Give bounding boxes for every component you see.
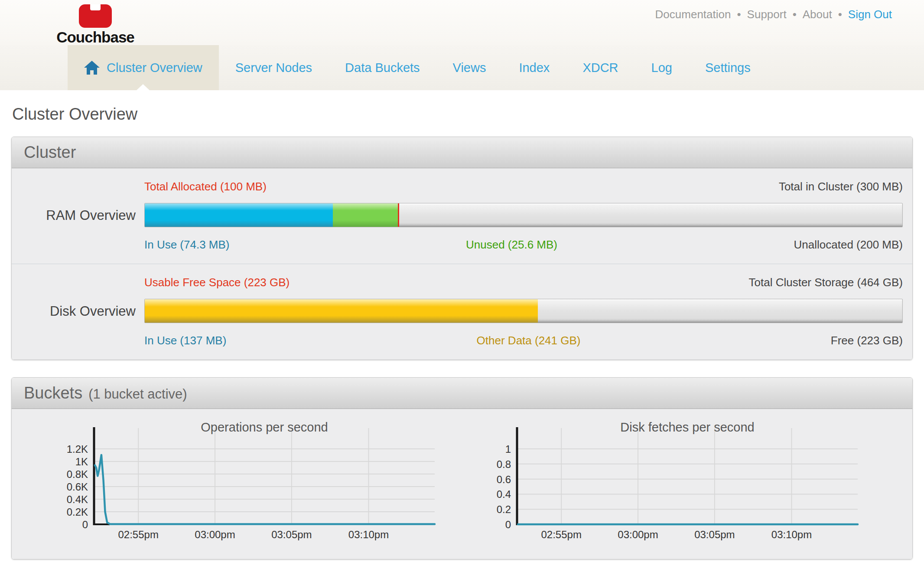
- svg-text:Operations per second: Operations per second: [201, 420, 328, 434]
- link-support[interactable]: Support: [747, 8, 787, 21]
- ram-in-use-label: In Use (74.3 MB): [144, 238, 230, 252]
- ram-overview-row: RAM Overview Total Allocated (100 MB) To…: [12, 168, 912, 264]
- ram-bar-segment-in-use: [145, 203, 333, 227]
- disk-fetches-per-second-chart: 00.20.40.60.8102:55pm03:00pm03:05pm03:10…: [483, 420, 865, 550]
- ram-bar-allocated-marker: [398, 203, 399, 227]
- disk-overview-row: Disk Overview Usable Free Space (223 GB)…: [12, 264, 912, 360]
- svg-text:0.6K: 0.6K: [67, 481, 88, 493]
- nav-item-xdcr[interactable]: XDCR: [566, 45, 634, 90]
- ram-total-allocated-label: Total Allocated (100 MB): [144, 180, 267, 193]
- nav-item-server-nodes[interactable]: Server Nodes: [219, 45, 329, 90]
- svg-text:1K: 1K: [75, 456, 88, 468]
- svg-text:0: 0: [505, 519, 511, 530]
- nav-item-log[interactable]: Log: [635, 45, 689, 90]
- couchbase-icon: [79, 4, 112, 28]
- nav-item-data-buckets[interactable]: Data Buckets: [329, 45, 436, 90]
- svg-text:1: 1: [505, 443, 511, 455]
- svg-text:0.4: 0.4: [497, 488, 511, 500]
- nav-label: Index: [519, 61, 550, 75]
- svg-text:0.8K: 0.8K: [67, 468, 88, 480]
- buckets-panel-title: Buckets: [24, 384, 82, 402]
- buckets-panel-subtitle: (1 bucket active): [88, 386, 187, 402]
- nav-label: Data Buckets: [345, 61, 420, 75]
- link-separator: •: [793, 8, 797, 21]
- disk-usage-bar: [144, 299, 903, 323]
- nav-item-cluster-overview[interactable]: Cluster Overview: [68, 45, 219, 90]
- nav-label: Settings: [705, 61, 751, 75]
- disk-free-label: Free (223 GB): [831, 334, 903, 347]
- disk-row-label: Disk Overview: [50, 304, 144, 319]
- svg-text:03:05pm: 03:05pm: [271, 529, 312, 540]
- ram-unallocated-label: Unallocated (200 MB): [794, 238, 903, 252]
- nav-label: XDCR: [582, 61, 618, 75]
- buckets-panel-header: Buckets (1 bucket active): [12, 378, 912, 409]
- svg-text:0.4K: 0.4K: [67, 494, 88, 505]
- page-title: Cluster Overview: [12, 105, 924, 124]
- main-nav: Cluster Overview Server Nodes Data Bucke…: [0, 45, 924, 90]
- svg-text:1.2K: 1.2K: [67, 443, 88, 455]
- link-separator: •: [737, 8, 741, 21]
- svg-text:0.2: 0.2: [497, 504, 511, 515]
- cluster-panel-title: Cluster: [24, 143, 76, 162]
- disk-total-storage-label: Total Cluster Storage (464 GB): [749, 276, 903, 289]
- operations-per-second-chart: 00.2K0.4K0.6K0.8K1K1.2K02:55pm03:00pm03:…: [60, 420, 442, 550]
- svg-text:02:55pm: 02:55pm: [118, 529, 158, 540]
- nav-label: Server Nodes: [235, 61, 312, 75]
- buckets-panel: Buckets (1 bucket active) 00.2K0.4K0.6K0…: [11, 377, 913, 559]
- svg-text:03:10pm: 03:10pm: [348, 529, 389, 540]
- svg-text:0.2K: 0.2K: [67, 506, 88, 518]
- nav-item-views[interactable]: Views: [436, 45, 503, 90]
- svg-text:Disk fetches per second: Disk fetches per second: [620, 420, 754, 434]
- top-header: Couchbase Documentation•Support•About•Si…: [0, 0, 924, 45]
- buckets-panel-body: 00.2K0.4K0.6K0.8K1K1.2K02:55pm03:00pm03:…: [12, 409, 912, 559]
- svg-text:03:00pm: 03:00pm: [195, 529, 235, 540]
- nav-item-index[interactable]: Index: [502, 45, 566, 90]
- nav-label: Views: [453, 61, 486, 75]
- ram-row-label: RAM Overview: [46, 208, 144, 223]
- cluster-panel: Cluster RAM Overview Total Allocated (10…: [11, 137, 913, 360]
- home-icon: [84, 61, 100, 75]
- ram-total-in-cluster-label: Total in Cluster (300 MB): [779, 180, 903, 193]
- disk-other-data-label: Other Data (241 GB): [477, 334, 581, 347]
- cluster-panel-header: Cluster: [12, 137, 912, 168]
- header-links: Documentation•Support•About•Sign Out: [655, 8, 892, 21]
- disk-bar-segment-used: [145, 299, 538, 323]
- svg-text:03:05pm: 03:05pm: [694, 529, 735, 540]
- svg-text:02:55pm: 02:55pm: [541, 529, 581, 540]
- brand-logo: Couchbase: [53, 4, 138, 46]
- ram-usage-bar: [144, 203, 903, 227]
- link-sign-out[interactable]: Sign Out: [848, 8, 892, 21]
- svg-text:0.8: 0.8: [497, 458, 511, 470]
- disk-usable-free-space-label: Usable Free Space (223 GB): [144, 276, 290, 289]
- svg-text:0.6: 0.6: [497, 474, 511, 485]
- disk-in-use-label: In Use (137 MB): [144, 334, 226, 347]
- svg-text:0: 0: [82, 519, 88, 530]
- svg-text:03:10pm: 03:10pm: [771, 529, 812, 540]
- brand-name: Couchbase: [53, 29, 138, 46]
- ram-bar-segment-unused: [333, 203, 398, 227]
- link-documentation[interactable]: Documentation: [655, 8, 731, 21]
- link-about[interactable]: About: [803, 8, 832, 21]
- nav-label: Log: [651, 61, 672, 75]
- nav-item-settings[interactable]: Settings: [689, 45, 767, 90]
- nav-label: Cluster Overview: [107, 61, 202, 75]
- link-separator: •: [838, 8, 842, 21]
- ram-unused-label: Unused (25.6 MB): [466, 238, 557, 252]
- svg-text:03:00pm: 03:00pm: [618, 529, 658, 540]
- cluster-panel-body: RAM Overview Total Allocated (100 MB) To…: [12, 168, 912, 360]
